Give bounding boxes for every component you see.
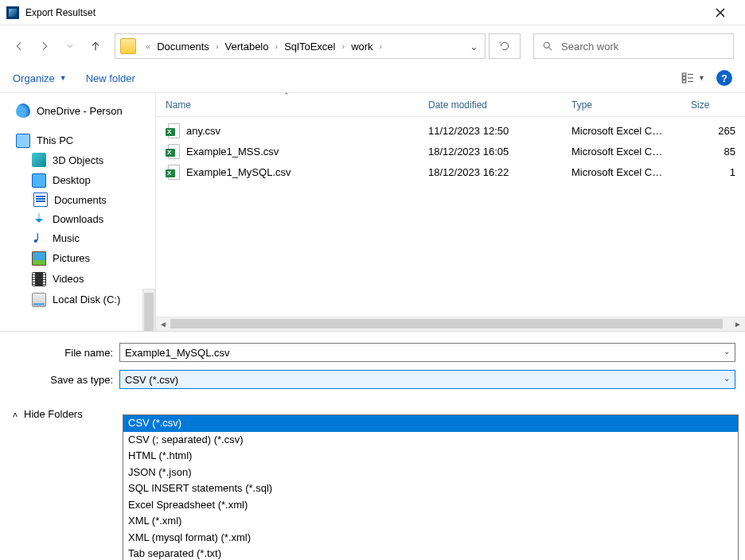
chevron-down-icon[interactable]: ⌄: [724, 347, 730, 356]
address-history-dropdown[interactable]: ⌄: [462, 41, 485, 52]
tree-item-local-disk[interactable]: Local Disk (C:) ⌄: [0, 289, 155, 309]
filename-value: Example1_MySQL.csv: [125, 347, 230, 359]
chevron-down-icon[interactable]: ⌄: [724, 374, 730, 383]
file-size: 265: [681, 125, 745, 137]
file-size: 85: [681, 146, 745, 158]
save-as-type-option[interactable]: CSV (; separated) (*.csv): [123, 432, 738, 449]
column-header-name[interactable]: Name: [156, 99, 419, 111]
hide-folders-button[interactable]: ʌ Hide Folders: [13, 408, 83, 420]
file-area: ⌃ Name Date modified Type Size Xany.csv …: [155, 93, 745, 331]
form-area: File name: Example1_MySQL.csv ⌄ Save as …: [0, 332, 745, 403]
close-button[interactable]: [702, 0, 739, 25]
tree-item-desktop[interactable]: Desktop: [0, 169, 155, 190]
sort-indicator-icon: ⌃: [283, 91, 290, 99]
tree-item-this-pc[interactable]: This PC: [0, 130, 155, 150]
scroll-left-icon[interactable]: ◄: [156, 320, 170, 329]
file-name: Example1_MySQL.csv: [186, 166, 291, 178]
tree-label: Pictures: [53, 252, 90, 264]
file-type: Microsoft Excel C…: [562, 125, 681, 137]
help-button[interactable]: ?: [716, 70, 732, 86]
document-icon: [33, 192, 48, 207]
file-size: 1: [681, 166, 745, 178]
up-button[interactable]: [84, 35, 107, 57]
tree-label: 3D Objects: [53, 154, 103, 166]
chevron-right-icon: ›: [211, 41, 224, 51]
chevron-down-icon: ▼: [60, 74, 67, 82]
save-as-type-option[interactable]: XML (*.xml): [123, 513, 738, 530]
svg-point-3: [544, 42, 549, 48]
music-icon: [32, 231, 46, 245]
forward-button[interactable]: [33, 35, 56, 57]
file-row[interactable]: Xany.csv 11/12/2023 12:50 Microsoft Exce…: [156, 120, 745, 141]
save-as-type-option[interactable]: Tab separated (*.txt): [123, 546, 738, 560]
csv-icon: X: [166, 165, 180, 179]
breadcrumb-item[interactable]: Vertabelo: [224, 39, 271, 54]
file-name: any.csv: [186, 125, 220, 137]
svg-rect-7: [682, 80, 686, 83]
picture-icon: [32, 251, 46, 266]
filename-input[interactable]: Example1_MySQL.csv ⌄: [119, 343, 735, 362]
refresh-button[interactable]: [489, 33, 521, 59]
search-placeholder: Search work: [561, 41, 618, 52]
chevron-down-icon: ▼: [698, 74, 705, 82]
disk-icon: [32, 293, 46, 307]
chevron-right-icon: ›: [270, 41, 283, 51]
cube-icon: [32, 153, 46, 167]
column-header-size[interactable]: Size: [681, 99, 745, 111]
csv-icon: X: [166, 144, 180, 158]
download-icon: [32, 212, 46, 226]
save-as-type-option[interactable]: CSV (*.csv): [123, 415, 738, 432]
svg-rect-5: [682, 73, 686, 76]
tree-label: Desktop: [53, 174, 91, 186]
tree-label: Documents: [54, 194, 107, 206]
tree-item-downloads[interactable]: Downloads: [0, 209, 155, 228]
nav-tree: OneDrive - Person This PC 3D Objects Des…: [0, 93, 155, 331]
file-row[interactable]: XExample1_MySQL.csv 18/12/2023 16:22 Mic…: [156, 161, 745, 182]
tree-label: This PC: [37, 134, 73, 146]
column-header-date[interactable]: Date modified: [419, 99, 562, 111]
chevron-right-icon: ›: [337, 41, 349, 51]
file-row[interactable]: XExample1_MSS.csv 18/12/2023 16:05 Micro…: [156, 141, 745, 161]
tree-label: Local Disk (C:): [53, 294, 120, 305]
new-folder-button[interactable]: New folder: [86, 72, 135, 84]
view-options-button[interactable]: ▼: [681, 71, 705, 85]
back-button[interactable]: [8, 35, 30, 57]
tree-scrollbar[interactable]: [142, 289, 155, 331]
save-as-type-option[interactable]: HTML (*.html): [123, 448, 738, 465]
save-as-type-option[interactable]: JSON (*.json): [123, 465, 738, 481]
save-as-type-value: CSV (*.csv): [125, 374, 178, 386]
tree-item-music[interactable]: Music: [0, 228, 155, 247]
hide-folders-label: Hide Folders: [24, 408, 83, 420]
save-as-type-dropdown[interactable]: CSV (*.csv) ⌄: [119, 370, 735, 389]
column-header-type[interactable]: Type: [562, 99, 681, 111]
pc-icon: [16, 134, 30, 148]
column-headers: ⌃ Name Date modified Type Size: [156, 93, 745, 117]
desktop-icon: [32, 173, 46, 188]
address-bar[interactable]: « Documents › Vertabelo › SqlToExcel › w…: [115, 33, 486, 59]
tree-item-onedrive[interactable]: OneDrive - Person: [0, 101, 155, 120]
file-name: Example1_MSS.csv: [186, 146, 279, 158]
titlebar: Export Resultset: [0, 0, 745, 25]
save-as-type-option[interactable]: XML (mysql format) (*.xml): [123, 530, 738, 546]
file-type: Microsoft Excel C…: [562, 166, 681, 178]
scroll-right-icon[interactable]: ►: [731, 320, 745, 329]
horizontal-scrollbar[interactable]: ◄ ►: [156, 317, 745, 331]
search-input[interactable]: Search work: [533, 33, 734, 59]
save-as-type-option[interactable]: Excel Spreadsheet (*.xml): [123, 497, 738, 514]
tree-item-pictures[interactable]: Pictures: [0, 247, 155, 268]
chevron-up-icon: ʌ: [13, 410, 18, 418]
tree-item-videos[interactable]: Videos: [0, 268, 155, 289]
tree-label: Downloads: [53, 213, 103, 225]
tree-item-documents[interactable]: Documents: [0, 190, 155, 209]
save-as-type-option[interactable]: SQL INSERT statements (*.sql): [123, 480, 738, 497]
tree-label: OneDrive - Person: [37, 105, 123, 117]
svg-rect-6: [682, 77, 686, 80]
tree-label: Videos: [53, 273, 84, 285]
breadcrumb-item[interactable]: SqlToExcel: [283, 39, 337, 54]
recent-locations-button[interactable]: [59, 35, 81, 57]
breadcrumb-item[interactable]: Documents: [155, 39, 211, 54]
breadcrumb-item[interactable]: work: [349, 39, 374, 54]
organize-menu[interactable]: Organize ▼: [13, 72, 67, 84]
breadcrumb-prefix: «: [141, 41, 155, 51]
tree-item-3d-objects[interactable]: 3D Objects: [0, 150, 155, 169]
